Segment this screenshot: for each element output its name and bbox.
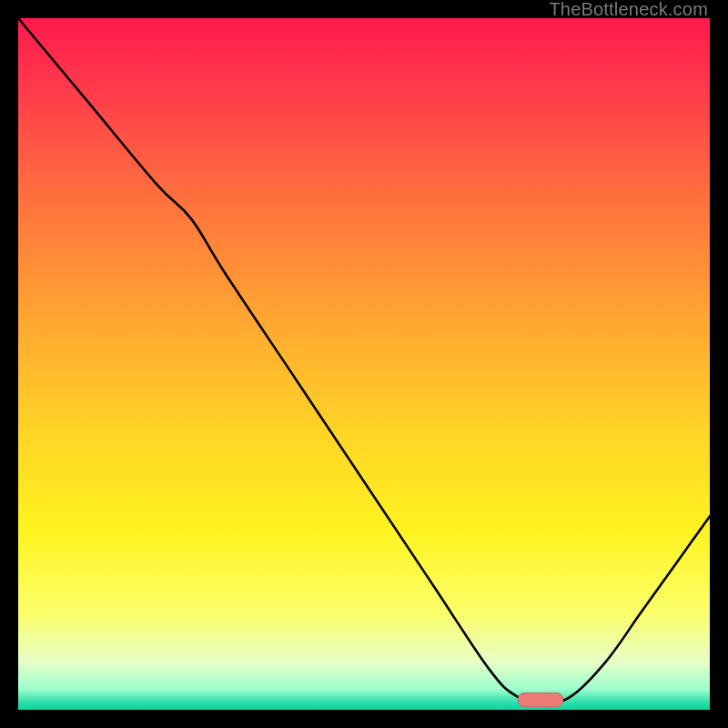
watermark-text: TheBottleneck.com	[549, 0, 708, 18]
curve-path	[18, 18, 710, 703]
bottleneck-curve	[18, 18, 710, 710]
chart-plot-area	[18, 18, 710, 710]
target-marker	[518, 693, 563, 707]
outer-frame: TheBottleneck.com	[0, 0, 728, 728]
